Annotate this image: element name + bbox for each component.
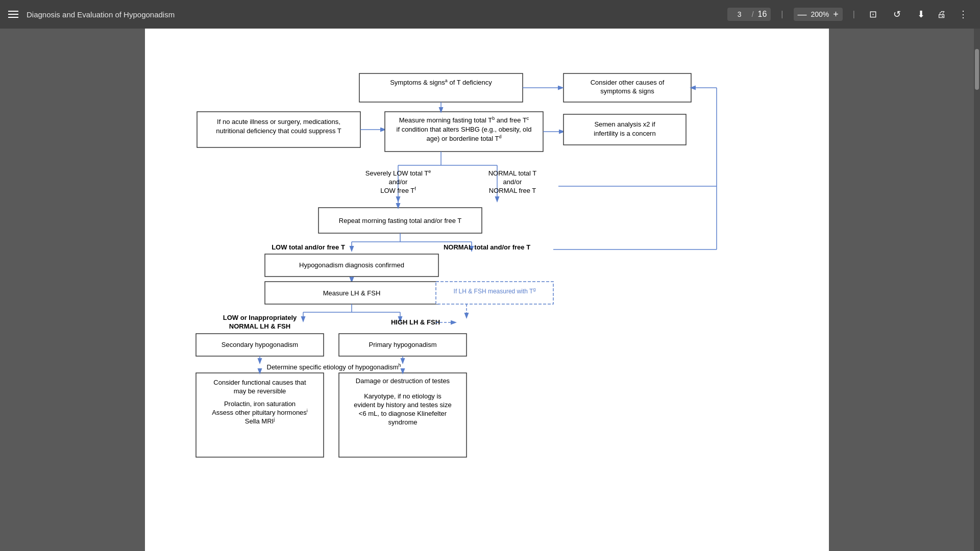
zoom-control: — 200% +	[794, 8, 843, 21]
page-navigation: / 16	[727, 8, 771, 21]
page-content: Symptoms & signsa of T deficiency Consid…	[145, 29, 829, 551]
svg-text:symptoms & signs: symptoms & signs	[600, 87, 654, 95]
rotate-button[interactable]: ↺	[889, 7, 905, 22]
zoom-level: 200%	[811, 10, 829, 18]
toolbar: Diagnosis and Evaluation of Hypogonadism…	[0, 0, 980, 29]
toolbar-right-actions: ⬇ 🖨 ⋮	[913, 7, 972, 22]
fit-page-button[interactable]: ⊡	[865, 7, 881, 22]
svg-text:Consider other causes of: Consider other causes of	[591, 79, 665, 86]
svg-text:LOW or Inappropriately: LOW or Inappropriately	[223, 314, 297, 321]
print-button[interactable]: 🖨	[933, 7, 950, 22]
svg-text:and/or: and/or	[389, 178, 408, 186]
pdf-canvas[interactable]: Symptoms & signsa of T deficiency Consid…	[0, 29, 974, 551]
svg-text:may be reversible: may be reversible	[234, 387, 286, 395]
zoom-divider: |	[853, 10, 855, 19]
svg-text:Consider functional causes tha: Consider functional causes that	[213, 379, 306, 386]
svg-text:LOW free Tf: LOW free Tf	[380, 186, 416, 194]
main-area: Symptoms & signsa of T deficiency Consid…	[0, 29, 980, 551]
svg-text:if condition that alters SHBG : if condition that alters SHBG (e.g., obe…	[397, 126, 532, 133]
zoom-out-button[interactable]: —	[798, 10, 807, 19]
svg-text:LOW total and/or free T: LOW total and/or free T	[272, 243, 345, 251]
svg-text:NORMAL total T: NORMAL total T	[488, 169, 537, 177]
svg-text:age) or borderline total Td: age) or borderline total Td	[426, 134, 501, 142]
svg-text:Prolactin, iron saturation: Prolactin, iron saturation	[224, 400, 296, 408]
svg-text:NORMAL LH & FSH: NORMAL LH & FSH	[229, 322, 290, 330]
zoom-in-button[interactable]: +	[833, 10, 839, 19]
page-separator: /	[752, 10, 754, 18]
svg-rect-0	[359, 73, 523, 102]
svg-text:Measure LH & FSH: Measure LH & FSH	[323, 289, 381, 297]
svg-text:Semen analysis x2 if: Semen analysis x2 if	[594, 120, 655, 128]
document-title: Diagnosis and Evaluation of Hypogonadism	[27, 10, 719, 19]
svg-text:evident by history and testes : evident by history and testes size	[354, 401, 452, 409]
svg-text:If no acute illness or surgery: If no acute illness or surgery, medicati…	[217, 118, 340, 126]
menu-icon[interactable]	[8, 11, 18, 18]
svg-text:Repeat morning fasting total a: Repeat morning fasting total and/or free…	[339, 217, 461, 224]
svg-text:Sella MRIj: Sella MRIj	[245, 417, 275, 425]
svg-text:Symptoms & signsa of T deficie: Symptoms & signsa of T deficiency	[390, 78, 492, 86]
svg-text:and/or: and/or	[503, 178, 523, 186]
page-number-input[interactable]	[731, 10, 748, 18]
svg-text:nutritional deficiency that co: nutritional deficiency that could suppre…	[216, 127, 341, 135]
svg-text:Primary hypogonadism: Primary hypogonadism	[369, 341, 437, 348]
svg-text:Hypogonadism diagnosis confirm: Hypogonadism diagnosis confirmed	[299, 261, 404, 269]
svg-text:<6 mL, to diagnose Klinefelter: <6 mL, to diagnose Klinefelter	[359, 410, 447, 417]
nav-divider: |	[781, 10, 783, 19]
svg-text:Severely LOW total Te: Severely LOW total Te	[365, 169, 431, 177]
download-button[interactable]: ⬇	[913, 7, 929, 22]
svg-text:Determine specific etiology of: Determine specific etiology of hypogonad…	[267, 363, 401, 371]
svg-text:Measure morning fasting total : Measure morning fasting total Tb and fre…	[399, 116, 529, 124]
svg-text:HIGH LH & FSH: HIGH LH & FSH	[391, 318, 440, 326]
page-total: 16	[758, 10, 767, 19]
flowchart-svg: Symptoms & signsa of T deficiency Consid…	[165, 39, 808, 498]
svg-text:infertility is a concern: infertility is a concern	[594, 130, 655, 137]
scrollbar[interactable]	[974, 29, 980, 551]
svg-text:NORMAL free T: NORMAL free T	[489, 187, 536, 194]
svg-text:If LH & FSH measured with Tg: If LH & FSH measured with Tg	[454, 287, 536, 295]
more-options-button[interactable]: ⋮	[954, 7, 972, 22]
svg-text:Secondary hypogonadism: Secondary hypogonadism	[222, 341, 298, 348]
svg-text:Assess other pituitary hormone: Assess other pituitary hormonesi	[212, 408, 308, 416]
svg-text:Karyotype, if no etiology is: Karyotype, if no etiology is	[364, 392, 442, 400]
svg-text:NORMAL total and/or free T: NORMAL total and/or free T	[444, 243, 530, 251]
svg-text:syndrome: syndrome	[388, 418, 417, 426]
svg-text:Damage or destruction of teste: Damage or destruction of testes	[356, 377, 450, 385]
